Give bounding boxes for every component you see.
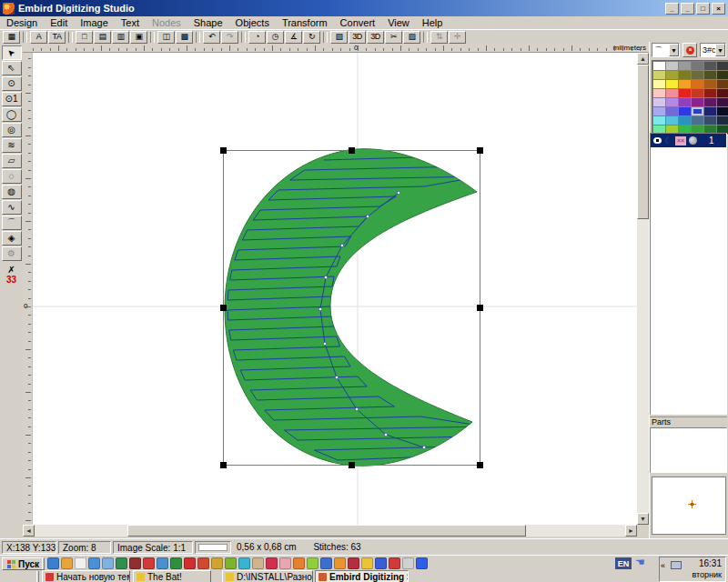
quick-launch-icon-26[interactable]: [402, 557, 414, 569]
selection-handle[interactable]: [349, 147, 355, 154]
fill-shape-tool[interactable]: ◯: [2, 107, 22, 122]
vertical-scroll-thumb[interactable]: [637, 65, 649, 219]
language-indicator[interactable]: EN: [615, 557, 632, 569]
quick-launch-icon-18[interactable]: [293, 557, 305, 569]
select-tool[interactable]: ➤: [2, 45, 22, 60]
palette-color-4-5[interactable]: [717, 98, 728, 106]
palette-color-5-5[interactable]: [717, 107, 728, 115]
palette-color-3-0[interactable]: [653, 89, 665, 97]
palette-color-6-1[interactable]: [666, 116, 678, 125]
stitch-3d-button[interactable]: 3D: [367, 31, 384, 44]
scroll-up-button[interactable]: ▲: [637, 53, 649, 65]
outline-style-combo[interactable]: ⌒ ▼: [652, 43, 680, 57]
palette-color-2-4[interactable]: [704, 80, 716, 88]
quick-launch-icon-27[interactable]: [416, 557, 428, 569]
quick-launch-icon-20[interactable]: [320, 557, 332, 569]
palette-color-5-3[interactable]: [692, 107, 703, 115]
palette-color-6-4[interactable]: [704, 116, 716, 125]
quick-launch-icon-25[interactable]: [389, 557, 400, 569]
palette-color-3-1[interactable]: [666, 89, 678, 97]
palette-color-1-3[interactable]: [692, 71, 703, 79]
menu-transform[interactable]: Transform: [276, 17, 334, 28]
text-button[interactable]: A: [30, 31, 47, 44]
quick-launch-icon-19[interactable]: [307, 557, 318, 569]
selection-handle[interactable]: [477, 147, 483, 154]
palette-color-5-1[interactable]: [666, 107, 678, 115]
stitch-lines-tool[interactable]: ≋: [2, 138, 22, 153]
close-button[interactable]: ×: [712, 3, 725, 15]
zoom-11-tool[interactable]: ⊙1: [2, 92, 22, 106]
quick-launch-icon-23[interactable]: [361, 557, 373, 569]
taskbar-button-3[interactable]: Embird Digitizing Stud...: [315, 570, 409, 582]
taskbar-button-2[interactable]: D:\INSTALL\Разное\Embird: [222, 570, 313, 582]
palette-color-2-2[interactable]: [679, 80, 691, 88]
zoom-tool[interactable]: ⊙: [2, 76, 22, 91]
quick-launch-icon-8[interactable]: [157, 557, 168, 569]
quick-launch-icon-17[interactable]: [279, 557, 291, 569]
selection-handle[interactable]: [477, 462, 483, 468]
palette-color-0-0[interactable]: [653, 62, 665, 70]
tray-collapse-button[interactable]: «: [661, 561, 665, 570]
palette-color-3-3[interactable]: [692, 89, 703, 97]
palette-color-2-1[interactable]: [666, 80, 678, 88]
palette-color-2-0[interactable]: [653, 80, 665, 88]
menu-objects[interactable]: Objects: [229, 17, 276, 28]
image-export-button[interactable]: ▨: [403, 31, 420, 44]
quick-launch-icon-6[interactable]: [129, 557, 141, 569]
palette-color-3-5[interactable]: [717, 89, 728, 97]
palette-color-4-0[interactable]: [653, 98, 665, 106]
palette-color-4-2[interactable]: [679, 98, 691, 106]
palette-color-1-5[interactable]: [717, 71, 728, 79]
new-button[interactable]: □: [76, 31, 93, 44]
palette-color-1-4[interactable]: [704, 71, 716, 79]
palette-color-0-5[interactable]: [717, 62, 728, 70]
menu-design[interactable]: Design: [0, 17, 44, 28]
menu-shape[interactable]: Shape: [187, 17, 229, 28]
vertical-scrollbar[interactable]: ▲ ▼: [637, 53, 649, 525]
selection-handle[interactable]: [220, 147, 227, 154]
selection-handle[interactable]: [477, 305, 483, 311]
hoop-color-button[interactable]: [682, 43, 697, 57]
minimize-extra-button[interactable]: _: [665, 3, 679, 15]
toolbar-grip[interactable]: [42, 558, 45, 569]
zigzag-tool[interactable]: ∿: [2, 200, 22, 215]
palette-color-5-2[interactable]: [679, 107, 691, 115]
quick-launch-icon-5[interactable]: [116, 557, 127, 569]
menu-help[interactable]: Help: [416, 17, 450, 28]
save-button[interactable]: ▣: [130, 31, 147, 44]
palette-color-1-1[interactable]: [666, 71, 678, 79]
quick-launch-icon-24[interactable]: [375, 557, 387, 569]
palette-color-4-1[interactable]: [666, 98, 678, 106]
start-button[interactable]: Пуск: [2, 557, 45, 570]
open-shape-tool[interactable]: ◌: [2, 169, 22, 184]
arc-tool[interactable]: ⌒: [2, 216, 22, 230]
rotate-button[interactable]: ↻: [303, 31, 320, 44]
sew-button[interactable]: ✂: [385, 31, 402, 44]
palette-color-2-3[interactable]: [692, 80, 703, 88]
palette-color-4-4[interactable]: [704, 98, 716, 106]
menu-convert[interactable]: Convert: [334, 17, 382, 28]
palette-color-4-3[interactable]: [692, 98, 703, 106]
layer-row-selected[interactable]: ☾ ×× 1: [651, 134, 726, 147]
palette-color-3-4[interactable]: [704, 89, 716, 97]
palette-color-0-1[interactable]: [666, 62, 678, 70]
shape-tool[interactable]: ◈: [2, 231, 22, 246]
scroll-down-button[interactable]: ▼: [637, 513, 649, 525]
menu-edit[interactable]: Edit: [44, 17, 74, 28]
selection-handle[interactable]: [220, 462, 227, 468]
scroll-left-button[interactable]: ◄: [23, 525, 35, 537]
palette-color-6-2[interactable]: [679, 116, 691, 125]
palette-color-6-3[interactable]: [692, 116, 703, 125]
restore-button[interactable]: □: [696, 3, 710, 15]
quick-launch-icon-15[interactable]: [252, 557, 264, 569]
quick-launch-icon-22[interactable]: [348, 557, 359, 569]
palette-color-5-4[interactable]: [704, 107, 716, 115]
speed-button[interactable]: ◔: [248, 31, 266, 44]
minimize-button[interactable]: _: [681, 3, 694, 15]
quick-launch-icon-1[interactable]: [61, 557, 73, 569]
chevron-down-icon[interactable]: ▼: [669, 44, 679, 56]
palette-color-1-2[interactable]: [679, 71, 691, 79]
quick-launch-icon-2[interactable]: [75, 557, 86, 569]
chevron-down-icon[interactable]: ▼: [715, 44, 725, 56]
palette-color-5-0[interactable]: [653, 107, 665, 115]
